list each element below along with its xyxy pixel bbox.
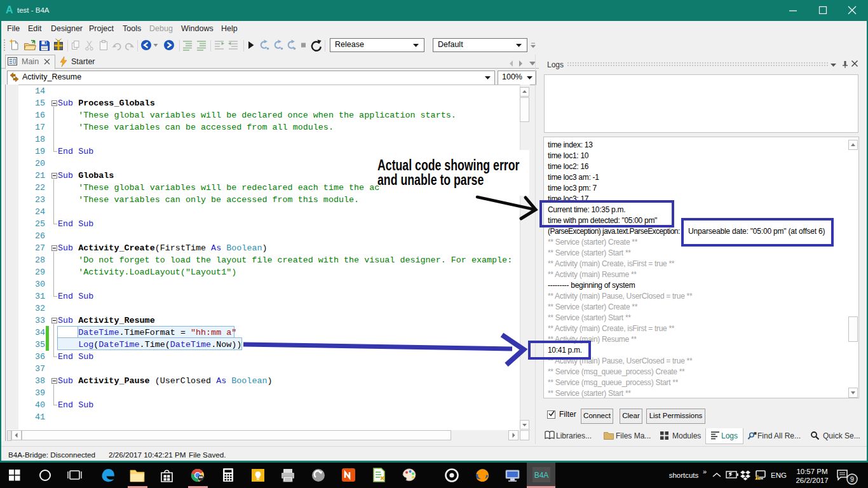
svg-text:»: » [703,468,707,475]
svg-text:9: 9 [850,475,854,483]
svg-text:B4A: B4A [534,471,549,480]
svg-text:shortcuts: shortcuts [669,471,699,479]
svg-text:26/2/2017: 26/2/2017 [796,477,828,484]
svg-text:ENG: ENG [771,471,787,479]
svg-text:10:57 PM: 10:57 PM [796,468,827,475]
